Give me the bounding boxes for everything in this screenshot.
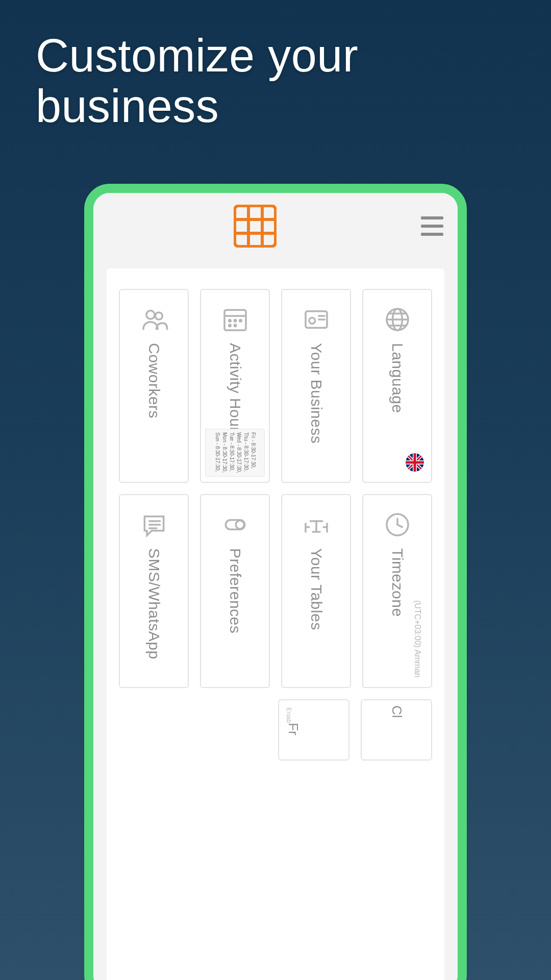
tile-preferences[interactable]: Preferences <box>200 494 270 688</box>
svg-point-12 <box>229 325 231 327</box>
timezone-value: (UTC+03:00) Amman <box>413 600 422 678</box>
partial-tile-row: Enab Fr Cl <box>119 699 432 761</box>
partial-tile-label: Cl <box>389 705 405 718</box>
message-icon <box>140 510 168 539</box>
table-chairs-icon <box>302 510 331 539</box>
tile-coworkers[interactable]: Coworkers <box>119 289 189 483</box>
uk-flag-icon <box>406 453 424 472</box>
tile-your-business[interactable]: Your Business <box>281 289 351 483</box>
promo-headline: Customize your business <box>36 31 358 132</box>
partial-tile[interactable]: Cl <box>361 699 432 761</box>
tile-sms-whatsapp[interactable]: SMS/WhatsApp <box>119 494 189 688</box>
svg-point-11 <box>239 320 241 322</box>
headline-line1: Customize your <box>36 30 358 81</box>
hours-line: Tue - 8:30-17:30, <box>229 432 235 473</box>
tile-label: Coworkers <box>145 343 163 419</box>
tile-label: Your Business <box>308 343 325 444</box>
app-logo-grid-icon[interactable] <box>234 205 277 248</box>
partial-tile-label: Fr <box>285 723 301 736</box>
menu-icon[interactable] <box>421 216 443 236</box>
tile-language[interactable]: Language <box>362 289 432 483</box>
tile-label: Activity Hours <box>227 343 244 440</box>
id-card-icon <box>302 305 331 334</box>
tile-label: SMS/WhatsApp <box>145 548 163 659</box>
svg-point-9 <box>229 320 231 322</box>
svg-point-13 <box>234 325 236 327</box>
app-topbar <box>93 193 458 259</box>
people-icon <box>140 305 168 334</box>
svg-point-15 <box>309 318 315 324</box>
tile-label: Language <box>389 343 406 413</box>
globe-icon <box>383 305 412 334</box>
activity-hours-preview: Sun - 8:30-17:30, Mon - 8:30-17:30, Tue … <box>205 429 265 477</box>
device-side-button <box>458 540 465 652</box>
tile-activity-hours[interactable]: Activity Hours Sun - 8:30-17:30, Mon - 8… <box>200 289 270 483</box>
partial-tile[interactable]: Enab Fr <box>278 699 349 761</box>
toggle-icon <box>221 510 249 539</box>
tile-your-tables[interactable]: Your Tables <box>281 494 351 688</box>
settings-panel: Coworkers Activity Hours <box>107 268 444 980</box>
hours-line: Fri - 8:30-17:30, <box>250 432 256 473</box>
tile-label: Timezone <box>389 548 406 617</box>
partial-tile-sub: Enab <box>285 707 293 723</box>
tile-timezone[interactable]: Timezone (UTC+03:00) Amman <box>362 494 432 688</box>
headline-line2: business <box>36 81 219 132</box>
hours-line: Mon - 8:30-17:30, <box>221 432 228 473</box>
device-frame: Coworkers Activity Hours <box>84 184 467 980</box>
svg-point-10 <box>234 320 236 322</box>
tile-label: Your Tables <box>308 548 325 630</box>
hours-line: Sun - 8:30-17:30, <box>214 432 220 473</box>
svg-point-6 <box>155 312 162 320</box>
hours-line: Wed - 8:30-17:30, <box>236 432 242 473</box>
svg-rect-0 <box>235 206 276 247</box>
svg-point-5 <box>146 311 154 319</box>
calendar-icon <box>221 305 249 334</box>
svg-line-40 <box>397 525 402 527</box>
tile-label: Preferences <box>227 548 244 633</box>
svg-point-34 <box>236 521 244 529</box>
clock-icon <box>383 510 412 539</box>
hours-line: Thu - 8:30-17:30, <box>243 432 249 473</box>
device-side-button <box>458 458 465 520</box>
